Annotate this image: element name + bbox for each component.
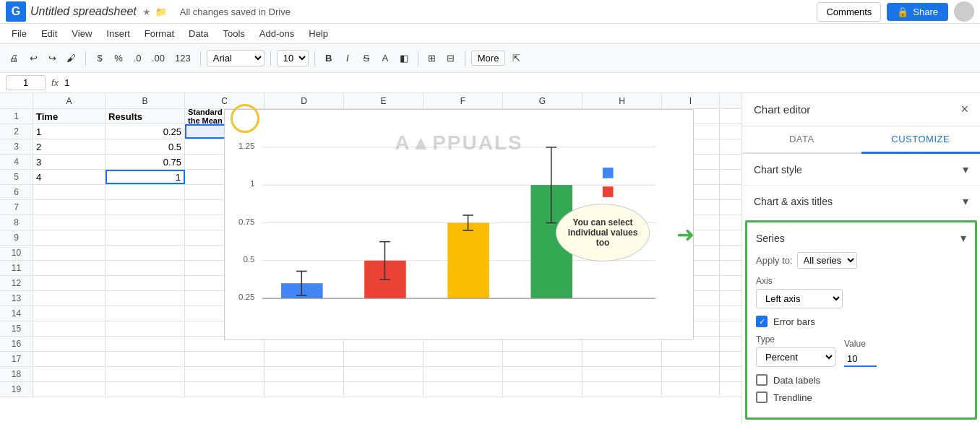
expand-button[interactable]: ⇱ (508, 51, 524, 65)
col-header-a[interactable]: A (33, 93, 106, 108)
tab-data[interactable]: DATA (742, 126, 861, 152)
cell-a3[interactable]: 2 (33, 139, 106, 154)
chevron-down-icon-2: ▾ (963, 194, 968, 208)
strikethrough-button[interactable]: S (358, 51, 374, 65)
column-headers: A B C D E F G H I (0, 93, 742, 109)
cell-b1[interactable]: Results (106, 109, 185, 124)
redo-button[interactable]: ↪ (44, 51, 60, 65)
spreadsheet-area: A B C D E F G H I 1 Time Results Standar… (0, 93, 742, 424)
col-header-i[interactable]: I (662, 93, 720, 108)
undo-button[interactable]: ↩ (25, 51, 41, 65)
yellow-circle-annotation (231, 104, 259, 133)
borders-button[interactable]: ⊞ (424, 51, 440, 65)
chart-style-label: Chart style (754, 164, 802, 176)
currency-button[interactable]: $ (92, 51, 108, 65)
svg-text:0.25: 0.25 (238, 293, 254, 301)
font-size-select[interactable]: 10 (277, 50, 309, 66)
col-header-g[interactable]: G (503, 93, 583, 108)
chart-container: A▲PPUALS You can select individual value… (224, 109, 694, 340)
percent-button[interactable]: % (111, 51, 126, 65)
data-labels-checkbox[interactable] (756, 374, 768, 386)
menu-tools[interactable]: Tools (217, 27, 250, 40)
tab-customize[interactable]: CUSTOMIZE (861, 126, 981, 154)
menu-edit[interactable]: Edit (35, 27, 63, 40)
arrow-icon: ➜ (676, 222, 695, 247)
print-button[interactable]: 🖨 (6, 51, 22, 65)
google-sheets-icon: G (6, 1, 26, 22)
comments-button[interactable]: Comments (817, 2, 881, 22)
tooltip-bubble: You can select individual values too (556, 204, 650, 261)
formula-input[interactable] (64, 77, 974, 88)
error-bars-row: ✓ Error bars (756, 316, 966, 327)
merge-button[interactable]: ⊟ (443, 51, 459, 65)
row-num-3: 3 (0, 139, 33, 154)
italic-button[interactable]: I (340, 51, 356, 65)
cell-b2[interactable]: 0.25 (106, 124, 185, 139)
error-bars-checkbox[interactable]: ✓ (756, 316, 768, 327)
cell-a1[interactable]: Time (33, 109, 106, 124)
col-header-b[interactable]: B (106, 93, 185, 108)
separator-2 (200, 51, 201, 66)
table-row: 18 (0, 367, 742, 382)
chart-axis-titles-section[interactable]: Chart & axis titles ▾ (742, 186, 980, 217)
cell-a5[interactable]: 4 (33, 170, 106, 184)
close-editor-button[interactable]: × (960, 102, 968, 117)
avatar (954, 1, 974, 22)
menu-data[interactable]: Data (183, 27, 214, 40)
fx-label: fx (51, 77, 59, 88)
more-button[interactable]: More (471, 51, 506, 66)
col-header-f[interactable]: F (424, 93, 503, 108)
cell-a2[interactable]: 1 (33, 124, 106, 139)
value-input[interactable] (844, 352, 877, 367)
fill-color-button[interactable]: ◧ (396, 51, 412, 65)
separator-4 (314, 51, 315, 66)
font-select[interactable]: Arial (207, 50, 265, 66)
document-title: Untitled spreadsheet (30, 5, 137, 18)
chevron-down-icon: ▾ (963, 163, 968, 176)
cell-reference-input[interactable] (6, 75, 46, 90)
lock-icon: 🔒 (897, 7, 908, 17)
cell-a4[interactable]: 3 (33, 155, 106, 169)
separator-3 (270, 51, 271, 66)
editor-header: Chart editor × (742, 93, 980, 126)
chart-style-section[interactable]: Chart style ▾ (742, 154, 980, 186)
format-123-button[interactable]: 123 (171, 51, 194, 65)
save-status: All changes saved in Drive (180, 7, 291, 17)
cell-b3[interactable]: 0.5 (106, 139, 185, 154)
main-content: A B C D E F G H I 1 Time Results Standar… (0, 93, 980, 424)
col-header-h[interactable]: H (583, 93, 662, 108)
toolbar: 🖨 ↩ ↪ 🖌 $ % .0 .00 123 Arial 10 B I S A … (0, 44, 980, 73)
menu-bar: File Edit View Insert Format Data Tools … (0, 24, 980, 44)
col-header-e[interactable]: E (344, 93, 424, 108)
bold-button[interactable]: B (321, 51, 337, 65)
star-icon[interactable]: ★ (142, 7, 151, 17)
menu-addons[interactable]: Add-ons (254, 27, 300, 40)
svg-text:0.5: 0.5 (243, 255, 254, 264)
editor-title: Chart editor (754, 103, 810, 116)
apply-to-select[interactable]: All series (797, 252, 857, 269)
folder-icon[interactable]: 📁 (155, 7, 167, 17)
col-header-d[interactable]: D (265, 93, 344, 108)
cell-b4[interactable]: 0.75 (106, 155, 185, 169)
svg-rect-18 (447, 222, 489, 298)
menu-help[interactable]: Help (303, 27, 334, 40)
svg-rect-26 (603, 168, 614, 178)
type-value-row: Type Percent Value (756, 334, 966, 367)
menu-format[interactable]: Format (139, 27, 180, 40)
paint-format-button[interactable]: 🖌 (63, 51, 79, 65)
decimal-less-button[interactable]: .0 (129, 51, 145, 65)
decimal-more-button[interactable]: .00 (148, 51, 168, 65)
trendline-checkbox[interactable] (756, 391, 768, 403)
share-button[interactable]: 🔒 Share (887, 3, 948, 21)
type-select[interactable]: Percent (756, 347, 835, 367)
trendline-label: Trendline (773, 392, 812, 403)
menu-file[interactable]: File (6, 27, 33, 40)
text-color-button[interactable]: A (377, 51, 393, 65)
menu-view[interactable]: View (66, 27, 98, 40)
menu-insert[interactable]: Insert (100, 27, 136, 40)
axis-label: Axis (756, 276, 966, 286)
corner-cell (0, 93, 33, 108)
chart-editor-panel: Chart editor × DATA CUSTOMIZE Chart styl… (742, 93, 980, 424)
cell-b5[interactable]: 1 (106, 170, 185, 184)
axis-select[interactable]: Left axis (756, 289, 843, 308)
